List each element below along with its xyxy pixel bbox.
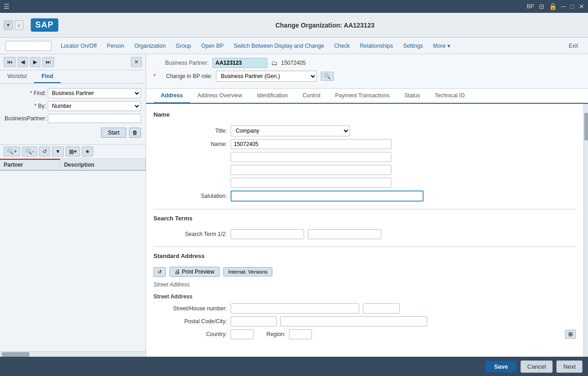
bookmark-btn[interactable]: ★	[82, 146, 93, 157]
region-input[interactable]	[289, 329, 312, 339]
tab-status[interactable]: Status	[397, 89, 427, 104]
country-input[interactable]	[231, 329, 254, 339]
find-type-select[interactable]: Business Partner	[48, 88, 141, 98]
form-content: Name Title: Company Name:	[146, 104, 583, 357]
bp-role-label: Change in BP role:	[161, 73, 212, 79]
menu-check[interactable]: Check	[329, 41, 354, 51]
next-button[interactable]: Next	[556, 360, 582, 373]
postal-city-label: Postal Code/City:	[153, 318, 227, 325]
country-label: Country:	[153, 331, 227, 337]
action-bar: Save Cancel Next	[0, 357, 588, 376]
postal-code-input[interactable]	[231, 316, 277, 326]
system-screen-icon[interactable]: ⊟	[539, 3, 544, 10]
menu-locator-toggle[interactable]: Locator On/Off	[56, 41, 102, 51]
standard-address-section: Standard Address ↺ 🖨 Print Preview Inter…	[153, 253, 576, 339]
find-delete-btn[interactable]: 🗑	[129, 128, 141, 138]
name-label: Name:	[153, 141, 227, 147]
vertical-scrollbar[interactable]	[583, 104, 588, 357]
minimize-btn[interactable]: ─	[561, 3, 566, 10]
search-term-1-input[interactable]	[231, 229, 304, 239]
sidebar: ⏮ ◀ ▶ ⏭ ✕ Worklist Find * Find: Business…	[0, 54, 146, 357]
name-input-3[interactable]	[231, 165, 391, 175]
bp-role-required: *	[153, 73, 157, 79]
menu-exit[interactable]: Exit	[564, 41, 582, 51]
print-preview-btn[interactable]: 🖨 Print Preview	[170, 267, 220, 277]
title-select[interactable]: Company	[231, 125, 350, 136]
header-bar: ▾ ‹ SAP Change Organization: AA123123	[0, 13, 588, 38]
bp-role-search-btn[interactable]: 🔍	[321, 72, 334, 81]
find-by-select[interactable]: Number	[48, 101, 141, 111]
refresh-btn[interactable]: ↺	[39, 146, 50, 157]
by-label: * By:	[5, 103, 46, 109]
zoom-in-btn[interactable]: 🔍+	[4, 146, 20, 157]
sap-logo: SAP	[31, 18, 58, 32]
menu-organization[interactable]: Organization	[130, 41, 170, 51]
address-refresh-btn[interactable]: ↺	[153, 267, 166, 277]
bp-number-input[interactable]	[212, 58, 267, 68]
back-btn[interactable]: ‹	[15, 20, 23, 30]
tab-technical-id[interactable]: Technical ID	[427, 89, 472, 104]
filter-btn[interactable]: ▼	[52, 146, 64, 157]
hamburger-icon[interactable]: ☰	[4, 3, 10, 10]
zoom-out-btn[interactable]: 🔍-	[22, 146, 37, 157]
menu-settings[interactable]: Settings	[398, 41, 427, 51]
tab-worklist[interactable]: Worklist	[0, 70, 34, 83]
save-button[interactable]: Save	[485, 360, 516, 373]
menu-more[interactable]: More ▾	[429, 41, 455, 51]
menu-switch-display[interactable]: Switch Between Display and Change	[229, 41, 329, 51]
find-label: * Find:	[5, 90, 46, 96]
sidebar-close-btn[interactable]: ✕	[131, 57, 142, 67]
name-input-2[interactable]	[231, 152, 391, 162]
name-input-4[interactable]	[231, 178, 391, 188]
tab-find[interactable]: Find	[34, 70, 60, 83]
nav-dropdown[interactable]	[6, 41, 51, 51]
close-btn[interactable]: ✕	[579, 3, 584, 10]
find-start-btn[interactable]: Start	[101, 128, 126, 138]
bp-id-icon: 🗂	[271, 59, 277, 67]
tab-address-overview[interactable]: Address Overview	[190, 89, 249, 104]
region-label: Region:	[266, 331, 285, 337]
name-input-1[interactable]	[231, 139, 391, 149]
lock-icon[interactable]: 🔒	[549, 3, 557, 10]
menu-relationships[interactable]: Relationships	[355, 41, 397, 51]
printer-icon: 🖨	[175, 269, 180, 275]
bp-search-label: BusinessPartner:	[5, 115, 46, 122]
col-partner: Partner	[0, 159, 60, 170]
bp-search-input[interactable]	[48, 114, 141, 123]
nav-first-btn[interactable]: ⏮	[4, 57, 16, 67]
cancel-button[interactable]: Cancel	[520, 360, 553, 373]
salutation-input[interactable]	[231, 191, 424, 202]
street-input[interactable]	[231, 303, 359, 314]
page-title: Change Organization: AA123123	[66, 22, 584, 29]
menu-person[interactable]: Person	[102, 41, 129, 51]
tab-address[interactable]: Address	[153, 89, 190, 104]
maximize-btn[interactable]: □	[571, 3, 574, 10]
tab-payment-transactions[interactable]: Payment Transactions	[328, 89, 397, 104]
grid-btn[interactable]: ▦▾	[66, 146, 80, 157]
name-section-title: Name	[153, 111, 576, 120]
search-term-2-input[interactable]	[308, 229, 381, 239]
search-terms-section: Search Terms Search Term 1/2:	[153, 215, 576, 239]
house-number-input[interactable]	[363, 303, 400, 314]
nav-next-btn[interactable]: ▶	[30, 57, 40, 67]
menu-bar: Locator On/Off Person Organization Group…	[0, 38, 588, 54]
nav-last-btn[interactable]: ⏭	[42, 57, 54, 67]
horizontal-scrollbar[interactable]	[0, 351, 146, 357]
history-dropdown-btn[interactable]: ▾	[4, 20, 13, 30]
bp-field-label: Business Partner:	[153, 60, 209, 66]
address-search-btn[interactable]: ⊞	[565, 330, 576, 339]
standard-address-title: Standard Address	[153, 253, 576, 261]
nav-prev-btn[interactable]: ◀	[17, 57, 28, 67]
tab-control[interactable]: Control	[295, 89, 328, 104]
city-input[interactable]	[280, 316, 427, 326]
internat-versions-btn[interactable]: Internat. Versions	[223, 267, 273, 276]
main-panel: Business Partner: 🗂 15072405 * Change in…	[146, 54, 588, 357]
scrollbar-thumb	[2, 352, 29, 357]
bp-label: BP	[527, 3, 534, 10]
more-dropdown-icon: ▾	[447, 43, 450, 49]
menu-open-bp[interactable]: Open BP	[197, 41, 228, 51]
street-address-title: Street Address	[153, 281, 576, 290]
tab-identification[interactable]: Identification	[249, 89, 295, 104]
menu-group[interactable]: Group	[171, 41, 196, 51]
bp-role-select[interactable]: Business Partner (Gen.)	[216, 71, 317, 82]
